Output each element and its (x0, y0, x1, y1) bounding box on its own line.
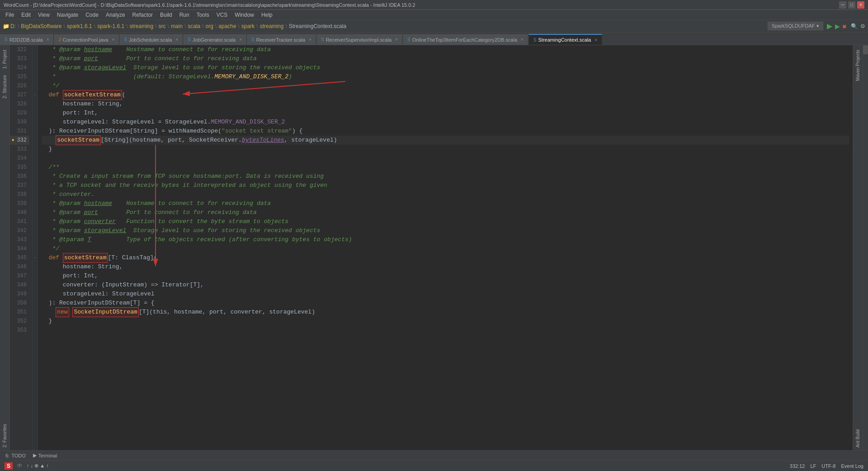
line-num-339: 339 (10, 199, 29, 208)
menu-help[interactable]: Help (258, 11, 276, 19)
line-num-344: 344 (10, 244, 29, 253)
line-num-333: 333 (10, 145, 29, 154)
title-bar: WordCount - [D:\IdeaProjects\WordCount] … (0, 0, 868, 10)
tab-todo[interactable]: 6: TODO (2, 452, 29, 459)
breadcrumb-file[interactable]: StreamingContext.scala (289, 23, 346, 29)
maximize-button[interactable]: □ (848, 1, 855, 9)
menu-file[interactable]: File (2, 11, 18, 19)
line-num-328: 328 (10, 100, 29, 109)
tab-onlinetop3[interactable]: S OnlineTheTop3ItemForEachCategory2DB.sc… (403, 34, 528, 45)
tab-jobgenerator[interactable]: S JobGenerator.scala × (183, 34, 247, 45)
line-ending-label: LF (810, 463, 816, 469)
fold-345[interactable]: − (34, 256, 36, 260)
code-line-335: /** (42, 163, 849, 172)
breadcrumb-apache[interactable]: apache (218, 23, 236, 29)
main-area: 1: Project 2: Structure 2: Favorites 322… (0, 45, 868, 450)
tab-rdd2db[interactable]: S RDD2DB.scala × (0, 34, 54, 45)
menu-vcs[interactable]: VCS (213, 11, 231, 19)
project-icon[interactable]: 1: Project (1, 47, 8, 71)
menu-code[interactable]: Code (82, 11, 102, 19)
breadcrumb-d[interactable]: D: (10, 23, 16, 29)
run-button[interactable]: ▶ (827, 22, 832, 30)
search-button[interactable]: 🔍 (851, 23, 858, 29)
terminal-label: Terminal (38, 453, 57, 458)
breadcrumb-streaming2[interactable]: streaming (260, 23, 284, 29)
line-num-352: 352 (10, 317, 29, 326)
menu-analyze[interactable]: Analyze (102, 11, 129, 19)
menu-build[interactable]: Build (156, 11, 176, 19)
line-num-349: 349 (10, 290, 29, 299)
tab-terminal[interactable]: ▶ Terminal (29, 452, 61, 459)
code-line-353 (42, 326, 849, 335)
folder-icon: 📁 (3, 23, 9, 29)
ant-build-icon[interactable]: Ant Build (854, 427, 861, 450)
line-num-338: 338 (10, 190, 29, 199)
line-num-335: 335 (10, 163, 29, 172)
debug-button[interactable]: ▶ (835, 23, 840, 30)
close-button[interactable]: ✕ (857, 1, 864, 9)
fold-gutter: − − (33, 45, 38, 450)
code-line-351: new SocketInputDStream[T](this, hostname… (42, 308, 849, 317)
menu-navigate[interactable]: Navigate (53, 11, 82, 19)
line-num-345: 345 (10, 253, 29, 262)
menu-view[interactable]: View (34, 11, 53, 19)
line-num-348: 348 (10, 281, 29, 290)
tab-receivertracker[interactable]: S ReceiverTracker.scala × (247, 34, 316, 45)
line-num-341: 341 (10, 217, 29, 226)
breadcrumb-org[interactable]: org (206, 23, 213, 29)
window-controls: ─ □ ✕ (839, 1, 864, 9)
menu-edit[interactable]: Edit (18, 11, 34, 19)
menu-window[interactable]: Window (231, 11, 258, 19)
line-num-353: 353 (10, 326, 29, 335)
maven-projects-icon[interactable]: Maven Projects (854, 47, 861, 84)
terminal-icon: ▶ (33, 452, 37, 458)
line-num-343: 343 (10, 235, 29, 244)
encoding-label: 中 (17, 462, 22, 469)
code-line-331: ): ReceiverInputDStream[String] = withNa… (42, 127, 849, 136)
breadcrumb-bigdata[interactable]: BigDataSoftware (21, 23, 61, 29)
tab-connectionpool[interactable]: J ConnectionPool.java × (54, 34, 119, 45)
breadcrumb-main[interactable]: main (171, 23, 183, 29)
scrollbar-thumb[interactable] (863, 45, 868, 54)
code-line-340: * @param port Port to connect to for rec… (42, 208, 849, 217)
code-line-328: hostname: String, (42, 100, 849, 109)
project-selector[interactable]: SparkSQLDUFDAF ▾ (768, 22, 823, 30)
minimize-button[interactable]: ─ (839, 1, 846, 9)
tab-streamingcontext[interactable]: S StreamingContext.scala × (528, 34, 602, 45)
menu-bar: File Edit View Navigate Code Analyze Ref… (0, 10, 868, 20)
line-num-346: 346 (10, 262, 29, 271)
status-right: 332:12 LF UTF-8 Event Log (790, 463, 863, 469)
fold-327[interactable]: − (34, 93, 36, 97)
code-line-350: ): ReceiverInputDStream[T] = { (42, 299, 849, 308)
menu-tools[interactable]: Tools (193, 11, 213, 19)
vertical-scrollbar[interactable] (863, 45, 868, 450)
code-line-346: hostname: String, (42, 262, 849, 271)
breadcrumb-src[interactable]: src (159, 23, 166, 29)
breadcrumb-streaming[interactable]: streaming (130, 23, 154, 29)
breadcrumb-spark2[interactable]: spark (241, 23, 255, 29)
code-container: 322 323 324 325 326 327 328 329 330 331 … (10, 45, 853, 450)
favorites-icon[interactable]: 2: Favorites (1, 421, 8, 450)
scala-icon: S (5, 462, 13, 470)
stop-button[interactable]: ■ (843, 23, 846, 30)
tab-receiversupervisor[interactable]: S ReceiverSupervisorImpl.scala × (316, 34, 403, 45)
tab-jobscheduler[interactable]: S JobScheduler.scala × (119, 34, 183, 45)
menu-refactor[interactable]: Refactor (129, 11, 156, 19)
code-line-338: * converter. (42, 190, 849, 199)
tabs-bar: S RDD2DB.scala × J ConnectionPool.java ×… (0, 33, 868, 45)
settings-icon[interactable]: ⚙ (860, 23, 865, 29)
position-label: 332:12 (790, 463, 805, 469)
structure-icon[interactable]: 2: Structure (1, 72, 8, 101)
event-log-label[interactable]: Event Log (841, 463, 863, 469)
breadcrumb-bar: 📁 D:\ BigDataSoftware\ spark1.6.1\ spark… (0, 20, 868, 33)
window-title: WordCount - [D:\IdeaProjects\WordCount] … (4, 2, 415, 8)
breadcrumb-spark[interactable]: spark-1.6.1 (97, 23, 124, 29)
line-num-332: ●332 (10, 136, 29, 145)
breadcrumb-spark161[interactable]: spark1.6.1 (67, 23, 92, 29)
breadcrumb-scala[interactable]: scala (188, 23, 200, 29)
code-area[interactable]: * @param hostname Hostname to connect to… (38, 45, 853, 450)
line-num-334: 334 (10, 154, 29, 163)
menu-run[interactable]: Run (176, 11, 193, 19)
todo-label: TODO (11, 453, 26, 458)
code-line-327: def socketTextStream( (42, 90, 849, 100)
